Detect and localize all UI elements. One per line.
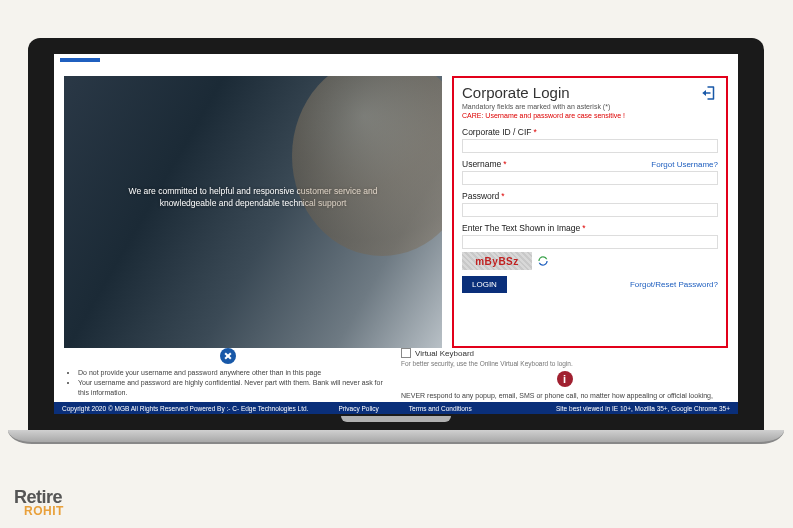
footer-bar: Copyright 2020 © MGB All Rights Reserved… [54, 402, 738, 414]
username-label: Username* [462, 159, 507, 169]
virtual-keyboard-label: Virtual Keyboard [415, 349, 474, 358]
login-title: Corporate Login [462, 84, 625, 101]
password-input[interactable] [462, 203, 718, 217]
corporate-id-field: Corporate ID / CIF* [462, 127, 718, 153]
screen: We are committed to helpful and responsi… [54, 54, 738, 414]
brand-logo: Retire ROHIT [14, 487, 64, 518]
refresh-icon[interactable] [536, 254, 550, 268]
password-field: Password* [462, 191, 718, 217]
laptop-frame: We are committed to helpful and responsi… [28, 38, 764, 460]
footer-terms-link[interactable]: Terms and Conditions [409, 405, 472, 412]
virtual-keyboard-sub: For better security, use the Online Virt… [401, 360, 728, 367]
brand-rohit: ROHIT [24, 504, 64, 518]
hero-text: We are committed to helpful and responsi… [102, 185, 404, 210]
virtual-keyboard-checkbox[interactable] [401, 348, 411, 358]
info-icon: i [557, 371, 573, 387]
captcha-image: mByBSz [462, 252, 532, 270]
tip-left-2: Your username and password are highly co… [78, 378, 391, 398]
hero-line1: We are committed to helpful and responsi… [129, 186, 378, 196]
top-accent [60, 58, 100, 62]
hero-line2: knowledgeable and dependable technical s… [160, 198, 347, 208]
hero-banner: We are committed to helpful and responsi… [64, 76, 442, 348]
corporate-id-label: Corporate ID / CIF* [462, 127, 718, 137]
mandatory-note: Mandatory fields are marked with an aste… [462, 103, 625, 110]
screen-bezel: We are committed to helpful and responsi… [28, 38, 764, 430]
username-input[interactable] [462, 171, 718, 185]
top-bar [54, 54, 738, 68]
login-panel: Corporate Login Mandatory fields are mar… [452, 76, 728, 348]
login-button[interactable]: LOGIN [462, 276, 507, 293]
captcha-label: Enter The Text Shown in Image* [462, 223, 718, 233]
laptop-notch [341, 416, 451, 422]
close-icon [220, 348, 236, 364]
corporate-id-input[interactable] [462, 139, 718, 153]
tip-left-1: Do not provide your username and passwor… [78, 368, 391, 378]
captcha-field: Enter The Text Shown in Image* mByBSz [462, 223, 718, 270]
username-field: Username* Forgot Username? [462, 159, 718, 185]
footer-copyright: Copyright 2020 © MGB All Rights Reserved… [62, 405, 308, 412]
care-note: CARE: Username and password are case sen… [462, 112, 625, 119]
forgot-password-link[interactable]: Forgot/Reset Password? [630, 280, 718, 289]
footer-privacy-link[interactable]: Privacy Policy [338, 405, 378, 412]
footer-browser-note: Site best viewed in IE 10+, Mozilla 35+,… [556, 405, 730, 412]
password-label: Password* [462, 191, 718, 201]
captcha-input[interactable] [462, 235, 718, 249]
laptop-base [8, 430, 784, 444]
forgot-username-link[interactable]: Forgot Username? [651, 160, 718, 169]
login-enter-icon [700, 84, 718, 102]
